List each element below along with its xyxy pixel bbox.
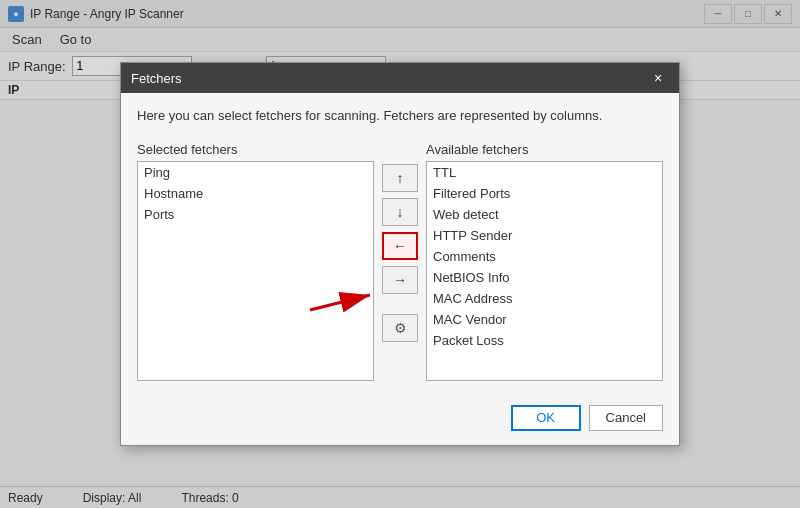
cancel-button[interactable]: Cancel <box>589 405 663 431</box>
list-item[interactable]: MAC Address <box>427 288 662 309</box>
available-fetchers-list[interactable]: TTL Filtered Ports Web detect HTTP Sende… <box>426 161 663 381</box>
list-item[interactable]: MAC Vendor <box>427 309 662 330</box>
dialog-description: Here you can select fetchers for scannin… <box>137 107 663 125</box>
dialog-close-button[interactable]: × <box>647 69 669 87</box>
list-item[interactable]: NetBIOS Info <box>427 267 662 288</box>
dialog-body: Here you can select fetchers for scannin… <box>121 93 679 394</box>
move-left-button[interactable]: ← <box>382 232 418 260</box>
selected-fetchers-section: Selected fetchers Ping Hostname Ports <box>137 142 374 381</box>
list-item[interactable]: Ping <box>138 162 373 183</box>
dialog-titlebar: Fetchers × <box>121 63 679 93</box>
list-item[interactable]: Comments <box>427 246 662 267</box>
list-item[interactable]: HTTP Sender <box>427 225 662 246</box>
selected-fetchers-label: Selected fetchers <box>137 142 374 157</box>
transfer-buttons: ↑ ↓ ← → ⚙ <box>382 142 418 342</box>
fetchers-container: Selected fetchers Ping Hostname Ports ↑ … <box>137 142 663 381</box>
move-up-button[interactable]: ↑ <box>382 164 418 192</box>
move-right-button[interactable]: → <box>382 266 418 294</box>
dialog-title: Fetchers <box>131 71 182 86</box>
list-item[interactable]: Ports <box>138 204 373 225</box>
list-item[interactable]: TTL <box>427 162 662 183</box>
list-item[interactable]: Hostname <box>138 183 373 204</box>
move-down-button[interactable]: ↓ <box>382 198 418 226</box>
ok-button[interactable]: OK <box>511 405 581 431</box>
list-item[interactable]: Packet Loss <box>427 330 662 351</box>
available-fetchers-label: Available fetchers <box>426 142 663 157</box>
available-fetchers-section: Available fetchers TTL Filtered Ports We… <box>426 142 663 381</box>
list-item[interactable]: Web detect <box>427 204 662 225</box>
selected-fetchers-list[interactable]: Ping Hostname Ports <box>137 161 374 381</box>
fetchers-dialog: Fetchers × Here you can select fetchers … <box>120 62 680 445</box>
dialog-footer: OK Cancel <box>121 395 679 445</box>
settings-button[interactable]: ⚙ <box>382 314 418 342</box>
list-item[interactable]: Filtered Ports <box>427 183 662 204</box>
modal-overlay: Fetchers × Here you can select fetchers … <box>0 0 800 508</box>
